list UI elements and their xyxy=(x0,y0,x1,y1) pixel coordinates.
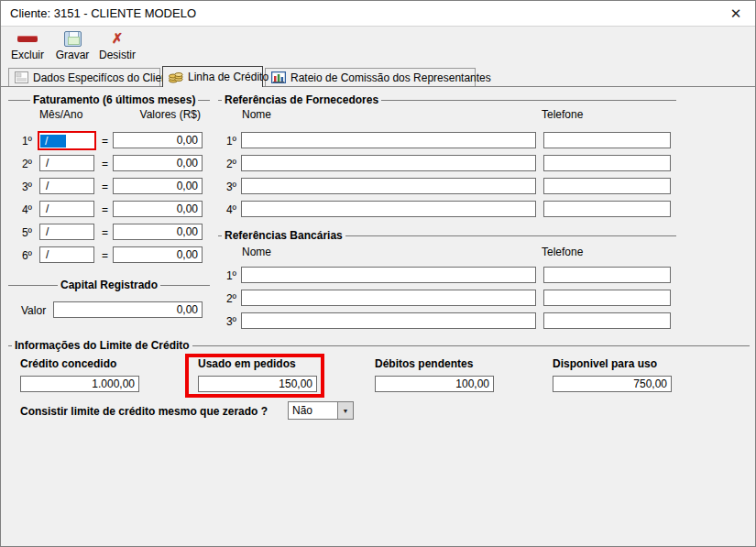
row-ordinal: 1º xyxy=(8,135,32,148)
column-header-telefone: Telefone xyxy=(542,108,583,121)
selected-text: / xyxy=(40,135,66,148)
tab-dados-especificos[interactable]: Dados Especifícos do Cliente xyxy=(8,68,160,86)
fornecedor-nome-input-4[interactable] xyxy=(241,201,536,217)
row-ordinal: 4º xyxy=(218,203,236,216)
column-header-nome: Nome xyxy=(242,108,271,121)
group-fornecedores-header: Referências de Fornecedores xyxy=(218,93,676,106)
equals-sign: = xyxy=(102,135,108,148)
cancel-button-label: Desistir xyxy=(99,49,136,61)
mes-ano-input-4[interactable]: / xyxy=(39,201,94,217)
floppy-disk-icon xyxy=(64,30,82,47)
fornecedor-telefone-input-1[interactable] xyxy=(543,132,671,148)
mes-ano-input-5[interactable]: / xyxy=(39,224,94,240)
row-ordinal: 3º xyxy=(8,181,32,193)
row-ordinal: 2º xyxy=(8,158,32,170)
row-ordinal: 4º xyxy=(8,203,32,216)
row-ordinal: 5º xyxy=(8,226,32,239)
row-ordinal: 1º xyxy=(218,135,236,148)
bar-chart-icon xyxy=(271,71,286,83)
group-title: Informações do Limite de Crédito xyxy=(12,339,192,352)
debitos-pendentes-label: Débitos pendentes xyxy=(375,357,473,370)
group-capital-header: Capital Registrado xyxy=(8,279,210,291)
valor-input-6[interactable]: 0,00 xyxy=(113,246,203,263)
fornecedor-nome-input-1[interactable] xyxy=(241,132,536,148)
valor-input-1[interactable]: 0,00 xyxy=(113,132,203,148)
disponivel-para-uso-input[interactable]: 750,00 xyxy=(553,376,672,392)
disponivel-para-uso-label: Disponivel para uso xyxy=(553,357,657,370)
capital-valor-input[interactable]: 0,00 xyxy=(53,301,203,318)
tab-label: Linha de Crédito xyxy=(188,71,268,83)
valor-input-4[interactable]: 0,00 xyxy=(113,201,203,217)
group-title: Capital Registrado xyxy=(58,279,160,291)
coins-icon xyxy=(169,71,183,83)
save-button-label: Gravar xyxy=(56,49,90,61)
row-ordinal: 3º xyxy=(218,181,236,193)
equals-sign: = xyxy=(102,249,108,262)
equals-sign: = xyxy=(102,203,108,216)
save-button[interactable]: Gravar xyxy=(52,30,93,65)
group-title: Referências de Fornecedores xyxy=(222,93,381,106)
mes-ano-input-2[interactable]: / xyxy=(39,155,94,171)
tab-linha-de-credito[interactable]: Linha de Crédito xyxy=(162,66,263,87)
row-ordinal: 3º xyxy=(218,315,236,328)
fornecedor-nome-input-2[interactable] xyxy=(241,155,536,171)
usado-em-pedidos-input[interactable]: 150,00 xyxy=(198,376,317,392)
tab-label: Dados Especifícos do Cliente xyxy=(33,71,177,84)
dropdown-selected-value: Não xyxy=(289,402,337,419)
column-header-valores: Valores (R$) xyxy=(111,108,201,121)
fornecedor-telefone-input-2[interactable] xyxy=(543,155,671,171)
bancaria-telefone-input-2[interactable] xyxy=(543,290,671,306)
bancaria-telefone-input-1[interactable] xyxy=(543,267,671,283)
equals-sign: = xyxy=(102,181,108,193)
valor-label: Valor xyxy=(21,304,46,317)
tab-content-linha-de-credito: Faturamento (6 últimos meses) Mês/Ano Va… xyxy=(1,87,755,546)
equals-sign: = xyxy=(102,226,108,239)
tab-rateio-comissao[interactable]: Rateio de Comissão dos Representantes xyxy=(265,68,476,86)
fornecedor-telefone-input-3[interactable] xyxy=(543,178,671,194)
group-limite-header: Informações do Limite de Crédito xyxy=(8,339,750,352)
row-ordinal: 1º xyxy=(218,269,236,282)
row-ordinal: 2º xyxy=(218,158,236,170)
bancaria-nome-input-1[interactable] xyxy=(241,267,536,283)
cancel-button[interactable]: ✗ Desistir xyxy=(94,30,140,65)
bancaria-telefone-input-3[interactable] xyxy=(543,312,671,329)
group-faturamento-header: Faturamento (6 últimos meses) xyxy=(8,93,210,106)
bancaria-nome-input-3[interactable] xyxy=(241,312,536,329)
valor-input-2[interactable]: 0,00 xyxy=(113,155,203,171)
mes-ano-input-1[interactable]: / xyxy=(38,131,96,150)
red-x-icon: ✗ xyxy=(112,30,124,47)
toolbar: Excluir Gravar ✗ Desistir xyxy=(1,27,755,66)
group-title: Referências Bancárias xyxy=(222,229,345,242)
credito-concedido-label: Crédito concedido xyxy=(20,357,116,370)
tab-label: Rateio de Comissão dos Representantes xyxy=(290,71,491,84)
valor-input-5[interactable]: 0,00 xyxy=(113,224,203,240)
fornecedor-telefone-input-4[interactable] xyxy=(543,201,671,217)
consistir-limite-label: Consistir limite de crédito mesmo que ze… xyxy=(20,405,268,418)
row-ordinal: 2º xyxy=(218,292,236,305)
column-header-telefone: Telefone xyxy=(542,246,583,258)
mes-ano-input-6[interactable]: / xyxy=(39,246,94,263)
column-header-mes-ano: Mês/Ano xyxy=(39,108,82,121)
delete-button-label: Excluir xyxy=(11,49,44,61)
valor-input-3[interactable]: 0,00 xyxy=(113,178,203,194)
client-dialog-window: Cliente: 3151 - CLIENTE MODELO ✕ Excluir… xyxy=(0,0,756,547)
consistir-limite-dropdown[interactable]: Não ▼ xyxy=(288,401,354,420)
minus-icon xyxy=(17,30,38,47)
equals-sign: = xyxy=(102,158,108,170)
group-bancarias-header: Referências Bancárias xyxy=(218,229,676,242)
usado-em-pedidos-label: Usado em pedidos xyxy=(198,357,296,370)
delete-button[interactable]: Excluir xyxy=(6,30,49,65)
close-icon[interactable]: ✕ xyxy=(726,5,746,23)
bancaria-nome-input-2[interactable] xyxy=(241,290,536,306)
row-ordinal: 6º xyxy=(8,249,32,262)
debitos-pendentes-input[interactable]: 100,00 xyxy=(375,376,494,392)
titlebar: Cliente: 3151 - CLIENTE MODELO ✕ xyxy=(1,1,755,27)
window-title: Cliente: 3151 - CLIENTE MODELO xyxy=(1,6,196,20)
fornecedor-nome-input-3[interactable] xyxy=(241,178,536,194)
group-title: Faturamento (6 últimos meses) xyxy=(30,93,198,106)
credito-concedido-input[interactable]: 1.000,00 xyxy=(20,376,139,392)
chevron-down-icon[interactable]: ▼ xyxy=(337,402,353,419)
column-header-nome: Nome xyxy=(242,246,271,258)
form-icon xyxy=(15,71,28,83)
mes-ano-input-3[interactable]: / xyxy=(39,178,94,194)
